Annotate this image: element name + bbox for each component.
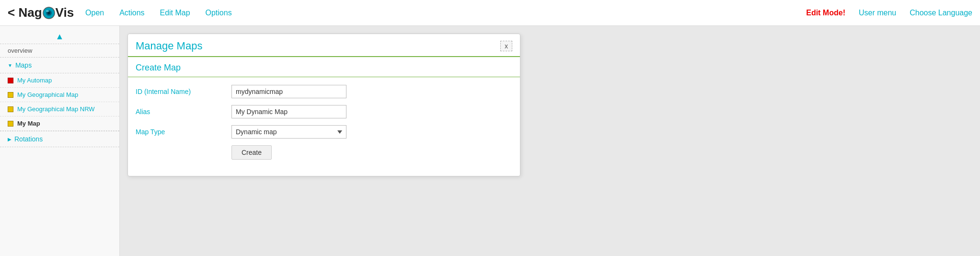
dialog-header: Manage Maps x: [128, 34, 520, 56]
create-map-button[interactable]: Create: [231, 145, 272, 160]
sidebar-rotations-section[interactable]: ▶ Rotations: [0, 131, 119, 147]
main-nav: Open Actions Edit Map Options: [85, 9, 245, 17]
svg-point-3: [46, 10, 49, 12]
sidebar-item-my-automap[interactable]: My Automap: [0, 73, 119, 88]
layout: ▲ overview ▼ Maps My Automap My Geograph…: [0, 26, 980, 256]
sidebar-label-my-map: My Map: [17, 120, 40, 127]
choose-language-link[interactable]: Choose Language: [910, 9, 972, 17]
sidebar-item-my-geo-map-nrw[interactable]: My Geographical Map NRW: [0, 102, 119, 116]
alias-input[interactable]: [231, 105, 346, 118]
status-dot-yellow-icon-2: [8, 106, 13, 112]
sidebar: ▲ overview ▼ Maps My Automap My Geograph…: [0, 26, 120, 256]
sidebar-overview[interactable]: overview: [0, 44, 119, 58]
manage-maps-dialog: Manage Maps x Create Map ID (Internal Na…: [127, 34, 520, 176]
sidebar-link-my-geo-map[interactable]: My Geographical Map: [17, 91, 78, 98]
alias-field-label: Alias: [136, 108, 231, 116]
id-field-row: ID (Internal Name): [136, 85, 512, 98]
map-type-select[interactable]: Dynamic map Geographical map Regular map: [231, 125, 346, 139]
edit-mode-link[interactable]: Edit Mode!: [806, 9, 845, 17]
close-dialog-button[interactable]: x: [500, 41, 512, 51]
create-map-section-title: Create Map: [128, 57, 520, 77]
sidebar-link-my-automap[interactable]: My Automap: [17, 77, 52, 84]
main-content: Manage Maps x Create Map ID (Internal Na…: [120, 26, 980, 256]
logo: < Nag Vis: [8, 5, 74, 20]
sidebar-rotations-label: Rotations: [14, 135, 43, 143]
nav-open[interactable]: Open: [85, 9, 104, 17]
maps-arrow-icon: ▼: [8, 63, 12, 68]
sidebar-toggle-icon[interactable]: ▲: [56, 32, 64, 41]
id-field-label: ID (Internal Name): [136, 88, 231, 95]
alias-field-row: Alias: [136, 105, 512, 118]
map-type-field-row: Map Type Dynamic map Geographical map Re…: [136, 125, 512, 139]
logo-text-suffix: Vis: [56, 5, 74, 20]
sidebar-link-my-geo-map-nrw[interactable]: My Geographical Map NRW: [17, 105, 95, 113]
status-dot-yellow-icon-1: [8, 92, 13, 98]
rotations-arrow-icon: ▶: [8, 137, 12, 142]
map-type-label: Map Type: [136, 128, 231, 136]
dialog-title: Manage Maps: [136, 40, 202, 52]
nav-options[interactable]: Options: [206, 9, 232, 17]
sidebar-maps-label: Maps: [15, 61, 32, 69]
nav-actions[interactable]: Actions: [119, 9, 144, 17]
user-menu-link[interactable]: User menu: [859, 9, 896, 17]
status-dot-yellow-icon-3: [8, 121, 13, 127]
create-button-row: Create: [136, 145, 512, 160]
nav-right: Edit Mode! User menu Choose Language: [806, 9, 972, 17]
create-map-form: ID (Internal Name) Alias Map Type Dynami…: [128, 77, 520, 176]
header: < Nag Vis Open Actions Edit Map Options …: [0, 0, 980, 26]
id-input[interactable]: [231, 85, 346, 98]
sidebar-item-my-geo-map[interactable]: My Geographical Map: [0, 88, 119, 102]
logo-text: < Nag: [8, 5, 42, 20]
logo-eye-icon: [43, 7, 55, 19]
nav-edit-map[interactable]: Edit Map: [160, 9, 190, 17]
sidebar-item-my-map[interactable]: My Map: [0, 116, 119, 131]
sidebar-maps-section[interactable]: ▼ Maps: [0, 58, 119, 73]
status-dot-red-icon: [8, 78, 13, 83]
